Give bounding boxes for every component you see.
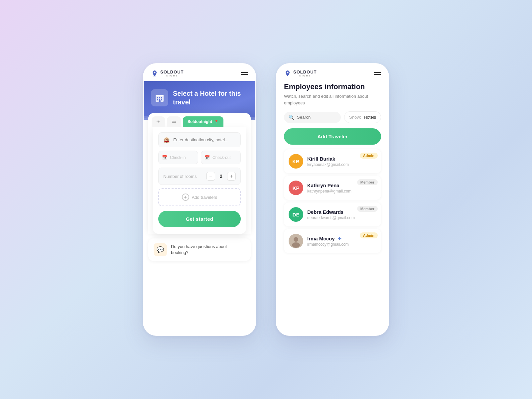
tab-soldoutnight[interactable]: Soldoutnight 📍 (183, 116, 223, 127)
checkout-icon: 📅 (204, 155, 210, 160)
svg-rect-4 (159, 97, 160, 98)
employee-email-kb: kiryaburiak@gmail.com (307, 162, 376, 167)
svg-point-10 (287, 72, 289, 73)
logo-title-right: SOLDOUT (293, 70, 317, 74)
avatar-de: DE (289, 207, 303, 222)
svg-point-13 (292, 242, 300, 248)
flight-icon: ✈ (156, 119, 160, 124)
rooms-label: Number of rooms (163, 174, 197, 179)
logo-text-left: SOLDOUT — NIGHT — (160, 70, 184, 77)
avatar-kp: KP (289, 181, 303, 195)
logo-right: SOLDOUT — NIGHT — (284, 70, 317, 77)
hero-content: Select a Hotel for this travel (151, 89, 248, 106)
search-bar[interactable]: 🔍 (284, 112, 341, 123)
employee-email-kp: kathrynpena@gmail.com (307, 189, 376, 194)
destination-input[interactable] (173, 137, 236, 142)
logo-pin-icon-right (284, 70, 291, 77)
svg-rect-2 (156, 95, 164, 96)
right-phone: SOLDOUT — NIGHT — Employees information … (276, 63, 389, 336)
tabs-row: ✈ 🛏 Soldoutnight 📍 (148, 113, 251, 127)
hotel-building-icon (154, 92, 165, 103)
svg-rect-9 (159, 100, 161, 102)
phones-container: SOLDOUT — NIGHT — (143, 63, 389, 336)
tab-soldoutnight-label: Soldoutnight (188, 119, 212, 124)
rooms-row: Number of rooms − 2 + (158, 168, 241, 185)
employee-list: KB Kirill Buriak kiryaburiak@gmail.com A… (284, 149, 381, 253)
hamburger-menu-left[interactable] (241, 72, 248, 75)
show-label: Show: (349, 115, 361, 120)
faq-icon-box: 💬 (154, 243, 167, 256)
add-traveler-button[interactable]: Add Traveler (284, 128, 381, 145)
hamburger-menu-right[interactable] (374, 72, 381, 75)
svg-rect-6 (157, 99, 158, 100)
add-travelers-label: Add travelers (192, 195, 217, 200)
hotel-icon-box (151, 89, 168, 106)
checkout-field[interactable]: 📅 Check-out (201, 151, 241, 164)
show-filter[interactable]: Show: Hotels (344, 111, 381, 123)
employee-email-de: debraedwards@gmail.com (307, 215, 376, 220)
avatar-photo-svg (289, 234, 303, 248)
search-input[interactable] (297, 115, 336, 120)
employee-card-im[interactable]: Irma Mccoy ✈ irmamccoy@gmail.com Admin (284, 229, 381, 253)
svg-point-0 (154, 72, 156, 73)
right-phone-header: SOLDOUT — NIGHT — (277, 64, 388, 81)
checkin-label: Check-in (170, 155, 186, 160)
bed-icon: 🛏 (172, 119, 176, 124)
tabs-section: ✈ 🛏 Soldoutnight 📍 🏨 (148, 113, 251, 234)
hero-title: Select a Hotel for this travel (173, 89, 248, 106)
badge-member-kp: Member (357, 179, 378, 185)
logo-sub-right: — NIGHT — (293, 74, 317, 77)
right-content: Employees information Watch, search and … (277, 81, 388, 262)
rooms-decrease-button[interactable]: − (206, 172, 215, 181)
form-container: ✈ 🛏 Soldoutnight 📍 🏨 (144, 113, 255, 234)
faq-text: Do you have questions about booking? (171, 244, 245, 256)
badge-admin-kb: Admin (360, 153, 378, 159)
flight-employee-icon: ✈ (337, 236, 341, 241)
pin-tab-icon: 📍 (214, 120, 219, 124)
add-travelers-field[interactable]: + Add travelers (158, 188, 241, 206)
left-phone-header: SOLDOUT — NIGHT — (144, 64, 255, 81)
get-started-button[interactable]: Get started (158, 211, 241, 227)
svg-rect-3 (157, 97, 158, 98)
logo-text-right: SOLDOUT — NIGHT — (293, 70, 317, 77)
checkin-icon: 📅 (162, 155, 167, 160)
logo-sub-left: — NIGHT — (160, 74, 184, 77)
faq-chat-icon: 💬 (157, 246, 164, 253)
date-row: 📅 Check-in 📅 Check-out (158, 151, 241, 164)
svg-rect-5 (161, 97, 162, 98)
logo-title-left: SOLDOUT (160, 70, 184, 74)
rooms-increase-button[interactable]: + (227, 172, 236, 181)
employee-card-kb[interactable]: KB Kirill Buriak kiryaburiak@gmail.com A… (284, 149, 381, 173)
add-travelers-icon: + (182, 194, 189, 201)
tab-flights[interactable]: ✈ (152, 116, 165, 127)
destination-field[interactable]: 🏨 (158, 132, 241, 147)
badge-member-de: Member (357, 206, 378, 212)
logo-left: SOLDOUT — NIGHT — (151, 70, 184, 77)
left-phone: SOLDOUT — NIGHT — (143, 63, 256, 336)
avatar-kb: KB (289, 154, 303, 169)
form-section: 🏨 📅 Check-in 📅 Check-out (153, 127, 246, 234)
checkin-field[interactable]: 📅 Check-in (158, 151, 198, 164)
avatar-im (289, 234, 303, 248)
badge-admin-im: Admin (360, 232, 378, 238)
svg-rect-7 (159, 99, 160, 100)
search-bar-row: 🔍 Show: Hotels (284, 111, 381, 123)
show-value: Hotels (364, 115, 376, 120)
search-icon: 🔍 (289, 115, 294, 120)
page-title: Employees information (284, 82, 381, 91)
svg-point-12 (294, 237, 298, 242)
destination-icon: 🏨 (163, 137, 170, 143)
employee-email-im: irmamccoy@gmail.com (307, 242, 376, 247)
checkout-label: Check-out (212, 155, 231, 160)
employee-card-de[interactable]: DE Debra Edwards debraedwards@gmail.com … (284, 202, 381, 226)
tab-hotels[interactable]: 🛏 (167, 116, 181, 127)
page-subtitle: Watch, search and edit all information a… (284, 93, 381, 106)
faq-section: 💬 Do you have questions about booking? (148, 238, 251, 261)
rooms-controls: − 2 + (206, 172, 236, 181)
logo-pin-icon (151, 70, 158, 77)
rooms-count: 2 (218, 174, 224, 179)
employee-card-kp[interactable]: KP Kathryn Pena kathrynpena@gmail.com Me… (284, 176, 381, 200)
svg-rect-8 (161, 99, 162, 100)
